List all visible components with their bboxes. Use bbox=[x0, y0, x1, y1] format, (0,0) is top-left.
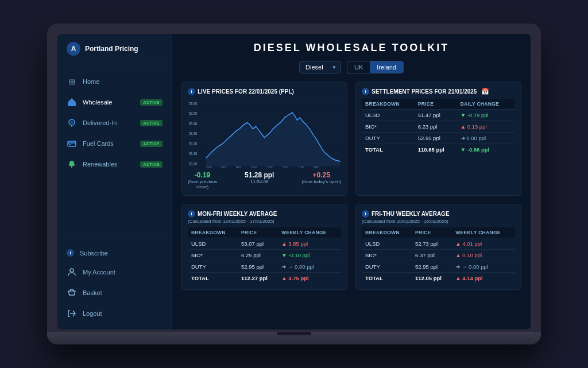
stat-sub-today-open: (from today's open) bbox=[301, 179, 341, 184]
mon-fri-card: i MON-FRI WEEKLY AVERAGE (Calculated fro… bbox=[181, 204, 347, 290]
sidebar-logo: A Portland Pricing bbox=[57, 34, 172, 64]
mon-fri-col-change: WEEKLY CHANGE bbox=[278, 227, 341, 238]
table-row: BIO* 6.25 ppl ▼ -0.10 ppl bbox=[188, 250, 341, 261]
stat-previous-close: -0.19 (from previous close) bbox=[188, 171, 217, 189]
fri-thu-title: FRI-THU WEEKLY AVERAGE bbox=[372, 211, 450, 217]
svg-point-9 bbox=[70, 269, 74, 272]
cell-change: ▲ 4.14 ppl bbox=[452, 273, 515, 284]
table-row: TOTAL 112.05 ppl ▲ 4.14 ppl bbox=[362, 273, 515, 284]
cell-price: 110.65 ppl bbox=[415, 144, 457, 156]
svg-text:14/01: 14/01 bbox=[220, 166, 227, 168]
live-prices-info-icon: i bbox=[188, 88, 195, 95]
cell-change: ▲ 3.85 ppl bbox=[278, 238, 341, 250]
settlement-prices-header: i SETTLEMENT PRICES FOR 21/01/2025 📅 bbox=[362, 88, 515, 95]
fri-thu-info-icon: i bbox=[362, 210, 369, 218]
cell-price: 6.23 ppl bbox=[415, 121, 457, 133]
calendar-icon[interactable]: 📅 bbox=[481, 88, 489, 95]
cell-breakdown: TOTAL bbox=[188, 273, 238, 284]
svg-text:13/01: 13/01 bbox=[206, 166, 212, 168]
settlement-table-header-row: BREAKDOWN PRICE DAILY CHANGE bbox=[362, 99, 515, 110]
cell-breakdown: BIO* bbox=[362, 121, 415, 133]
laptop-notch bbox=[277, 332, 311, 335]
cell-price: 112.05 ppl bbox=[412, 273, 452, 284]
stat-sub-previous-close: (from previous bbox=[188, 179, 217, 184]
table-row: ULSD 52.73 ppl ▲ 4.01 ppl bbox=[362, 238, 515, 250]
mon-fri-header-row: BREAKDOWN PRICE WEEKLY CHANGE bbox=[188, 227, 341, 238]
stat-value-today-open: +0.25 bbox=[301, 171, 341, 179]
table-row: BIO* 6.23 ppl ▲ 0.13 ppl bbox=[362, 121, 515, 133]
chart-stats: -0.19 (from previous close) 51.28 ppl 11… bbox=[188, 171, 341, 189]
laptop-base bbox=[47, 332, 541, 344]
mon-fri-header: i MON-FRI WEEKLY AVERAGE bbox=[188, 210, 341, 218]
cell-change: ▼ -0.79 ppl bbox=[457, 110, 515, 121]
sidebar-item-renewables[interactable]: Renewables ACTIVE bbox=[57, 154, 172, 175]
cell-price: 53.07 ppl bbox=[238, 238, 278, 250]
sidebar-item-logout[interactable]: Logout bbox=[57, 303, 172, 324]
settlement-col-change: DAILY CHANGE bbox=[457, 99, 515, 110]
renewables-badge: ACTIVE bbox=[140, 161, 163, 168]
weekly-averages-row: i MON-FRI WEEKLY AVERAGE (Calculated fro… bbox=[181, 204, 521, 290]
nav-label-subscribe: Subscribe bbox=[80, 250, 108, 257]
sidebar: A Portland Pricing ⊞ Home bbox=[57, 34, 172, 330]
cell-change: ▼ -0.66 ppl bbox=[457, 144, 515, 156]
svg-text:16/01: 16/01 bbox=[251, 166, 257, 168]
tab-ireland[interactable]: Ireland bbox=[370, 61, 403, 73]
svg-text:21/01: 21/01 bbox=[298, 166, 304, 168]
cell-change: ▲ 4.01 ppl bbox=[452, 238, 515, 250]
table-row: TOTAL 112.27 ppl ▲ 3.75 ppl bbox=[188, 273, 341, 284]
page-title: DIESEL WHOLESALE TOOLKIT bbox=[181, 42, 521, 54]
sidebar-item-home[interactable]: ⊞ Home bbox=[57, 71, 172, 92]
laptop-shell: A Portland Pricing ⊞ Home bbox=[47, 24, 541, 344]
nav-label-fuel-cards: Fuel Cards bbox=[83, 140, 114, 147]
cell-price: 52.95 ppl bbox=[415, 133, 457, 144]
logo-icon: A bbox=[67, 42, 80, 56]
cell-breakdown: TOTAL bbox=[362, 273, 412, 284]
cell-breakdown: TOTAL bbox=[362, 144, 415, 156]
nav-label-basket: Basket bbox=[83, 289, 102, 296]
laptop-screen: A Portland Pricing ⊞ Home bbox=[57, 34, 531, 330]
logout-icon bbox=[67, 308, 77, 319]
settlement-col-price: PRICE bbox=[415, 99, 457, 110]
svg-rect-7 bbox=[69, 144, 71, 145]
sidebar-item-fuel-cards[interactable]: Fuel Cards ACTIVE bbox=[57, 133, 172, 154]
sidebar-item-basket[interactable]: Basket bbox=[57, 282, 172, 303]
mon-fri-col-breakdown: BREAKDOWN bbox=[188, 227, 238, 238]
tab-uk[interactable]: UK bbox=[347, 61, 370, 73]
cell-price: 6.25 ppl bbox=[238, 250, 278, 261]
delivered-in-badge: ACTIVE bbox=[140, 120, 163, 126]
sidebar-item-my-account[interactable]: My Account bbox=[57, 262, 172, 282]
cell-breakdown: DUTY bbox=[362, 133, 415, 144]
cell-change: ➜ → 0.00 ppl bbox=[452, 261, 515, 273]
cell-price: 112.27 ppl bbox=[238, 273, 278, 284]
nav-label-my-account: My Account bbox=[83, 269, 115, 276]
svg-text:53.00: 53.00 bbox=[189, 161, 198, 166]
cell-price: 51.47 ppl bbox=[415, 110, 457, 121]
svg-text:53.30: 53.30 bbox=[189, 131, 198, 136]
cell-change: ▲ 0.13 ppl bbox=[457, 121, 515, 133]
sidebar-item-wholesale[interactable]: Wholesale ACTIVE bbox=[57, 92, 172, 113]
mon-fri-info-icon: i bbox=[188, 210, 195, 218]
fri-thu-header: i FRI-THU WEEKLY AVERAGE bbox=[362, 210, 515, 218]
sidebar-item-delivered-in[interactable]: Delivered-In ACTIVE bbox=[57, 113, 172, 133]
live-prices-title: LIVE PRICES FOR 22/01/2025 (PPL) bbox=[198, 88, 294, 95]
live-prices-card: i LIVE PRICES FOR 22/01/2025 (PPL) 53.60… bbox=[181, 82, 347, 196]
fuel-type-dropdown[interactable]: Diesel Petrol Gas Oil bbox=[299, 61, 341, 73]
cell-change: ▲ 0.10 ppl bbox=[452, 250, 515, 261]
table-row: ULSD 51.47 ppl ▼ -0.79 ppl bbox=[362, 110, 515, 121]
subscribe-icon: i bbox=[67, 249, 74, 257]
sidebar-item-subscribe[interactable]: i Subscribe bbox=[57, 244, 172, 262]
cell-price: 6.37 ppl bbox=[412, 250, 452, 261]
settlement-col-breakdown: BREAKDOWN bbox=[362, 99, 415, 110]
wholesale-icon bbox=[67, 97, 77, 107]
svg-text:20/01: 20/01 bbox=[283, 166, 289, 168]
mon-fri-subtitle: (Calculated from 13/01/2025 - 17/01/2025… bbox=[188, 219, 341, 224]
svg-text:53.60: 53.60 bbox=[189, 101, 198, 106]
sidebar-nav: ⊞ Home Wholesale ACTIVE bbox=[57, 64, 172, 238]
fri-thu-header-row: BREAKDOWN PRICE WEEKLY CHANGE bbox=[362, 227, 515, 238]
app-container: A Portland Pricing ⊞ Home bbox=[57, 34, 531, 330]
cell-breakdown: DUTY bbox=[188, 261, 238, 273]
fri-thu-table: BREAKDOWN PRICE WEEKLY CHANGE ULSD 52.73… bbox=[362, 227, 515, 284]
table-row: TOTAL 110.65 ppl ▼ -0.66 ppl bbox=[362, 144, 515, 156]
cell-breakdown: BIO* bbox=[188, 250, 238, 261]
fuel-type-dropdown-wrapper: Diesel Petrol Gas Oil bbox=[299, 61, 341, 73]
